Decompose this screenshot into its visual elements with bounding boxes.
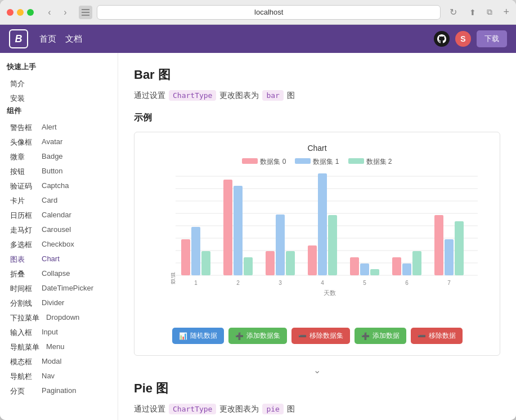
sidebar-item-install[interactable]: 安装	[7, 91, 111, 106]
svg-rect-32	[318, 173, 327, 275]
random-data-label: 随机数据	[190, 331, 217, 341]
section-title-quickstart: 快速上手	[7, 62, 111, 72]
forward-arrow[interactable]: ›	[59, 6, 72, 19]
sidebar-item-menu[interactable]: 导航菜单 Menu	[7, 340, 111, 355]
tabs-icon[interactable]: ⧉	[483, 6, 496, 19]
add-dataset-icon: ➕	[235, 332, 244, 340]
sidebar-item-checkbox[interactable]: 多选框 Checkbox	[7, 238, 111, 252]
sidebar-zh-checkbox: 多选框	[10, 240, 35, 250]
sidebar-en-badge: Badge	[42, 152, 63, 162]
sidebar-en-pagination: Pagination	[42, 386, 76, 396]
svg-rect-38	[402, 263, 411, 275]
svg-rect-26	[234, 186, 243, 275]
sidebar-item-collapse[interactable]: 折叠 Collapse	[7, 267, 111, 282]
add-data-label: 添加数据	[373, 331, 400, 341]
sidebar-item-intro[interactable]: 简介	[7, 77, 111, 91]
sidebar-zh-button: 按钮	[10, 167, 35, 177]
app-window: ‹ › localhost ↻ ⬆ ⧉ + B 首页 文档 S 下载	[0, 0, 516, 420]
url-text: localhost	[254, 8, 283, 16]
reload-button[interactable]: ↻	[450, 7, 457, 17]
github-icon[interactable]	[434, 31, 450, 47]
sidebar-item-dropdown[interactable]: 下拉菜单 Dropdown	[7, 311, 111, 325]
pie-section-title: Pie 图	[134, 380, 500, 397]
chart-title: Chart	[146, 144, 488, 153]
sidebar-en-button: Button	[42, 167, 63, 177]
download-button[interactable]: 下载	[477, 30, 507, 47]
sidebar-zh-carousel: 走马灯	[10, 225, 35, 235]
chart-buttons: 📊 随机数据 ➕ 添加数据集 ➖ 移除数据集 ➕ 添加数据	[146, 328, 488, 344]
new-tab-button[interactable]: +	[503, 6, 509, 18]
sidebar-zh-alert: 警告框	[10, 123, 35, 133]
svg-text:2: 2	[236, 280, 240, 286]
sidebar-en-modal: Modal	[42, 357, 61, 367]
sidebar-item-badge[interactable]: 微章 Badge	[7, 150, 111, 164]
sidebar-zh-captcha: 验证码	[10, 181, 35, 191]
remove-data-icon: ➖	[418, 332, 426, 340]
sidebar-en-checkbox: Checkbox	[42, 240, 74, 250]
sidebar-en-calendar: Calendar	[42, 211, 71, 221]
remove-dataset-button[interactable]: ➖ 移除数据集	[291, 328, 350, 344]
bar-section-title: Bar 图	[134, 66, 500, 83]
sidebar-item-pagination[interactable]: 分页 Pagination	[7, 384, 111, 399]
svg-rect-28	[266, 251, 275, 275]
svg-rect-23	[191, 227, 200, 275]
app-header: B 首页 文档 S 下载	[0, 25, 516, 53]
brand-letter: B	[15, 33, 23, 45]
sidebar-en-avatar: Avatar	[42, 137, 62, 148]
sidebar-zh-dropdown: 下拉菜单	[10, 313, 39, 323]
url-bar[interactable]: localhost	[97, 5, 441, 20]
sidebar-item-divider[interactable]: 分割线 Divider	[7, 296, 111, 311]
brand-logo: B	[9, 29, 28, 48]
random-data-button[interactable]: 📊 随机数据	[172, 328, 224, 344]
sidebar-zh-card: 卡片	[10, 196, 35, 206]
view-button[interactable]	[79, 6, 92, 19]
bar-desc: 通过设置 ChartType 更改图表为 bar 图	[134, 90, 500, 101]
collapse-arrow[interactable]: ⌄	[134, 365, 500, 376]
sidebar-section-quickstart: 快速上手 简介 安装	[7, 62, 111, 106]
sidebar-item-alert[interactable]: 警告框 Alert	[7, 120, 111, 135]
sidebar-item-nav[interactable]: 导航栏 Nav	[7, 369, 111, 384]
svg-rect-41	[445, 239, 454, 275]
sidebar-item-card[interactable]: 卡片 Card	[7, 194, 111, 208]
sidebar-item-carousel[interactable]: 走马灯 Carousel	[7, 223, 111, 238]
sidebar-item-chart[interactable]: 图表 Chart	[7, 252, 111, 267]
svg-rect-33	[328, 215, 337, 275]
sidebar-zh-divider: 分割线	[10, 298, 35, 309]
sidebar-zh-modal: 模态框	[10, 357, 35, 367]
svg-text:1: 1	[194, 280, 198, 286]
share-icon[interactable]: ⬆	[466, 6, 479, 19]
sidebar: 快速上手 简介 安装 组件 警告框 Alert 头像框 Avatar	[0, 53, 118, 420]
add-dataset-label: 添加数据集	[246, 331, 280, 341]
bar-desc-suffix: 图	[287, 91, 295, 101]
sidebar-item-modal[interactable]: 模态框 Modal	[7, 355, 111, 369]
close-button[interactable]	[7, 9, 14, 16]
sidebar-item-datetimepicker[interactable]: 时间框 DateTimePicker	[7, 282, 111, 296]
bar-code2: bar	[262, 90, 283, 101]
sidebar-item-input[interactable]: 输入框 Input	[7, 325, 111, 340]
sidebar-item-captcha[interactable]: 验证码 Captcha	[7, 179, 111, 194]
nav-home[interactable]: 首页	[39, 34, 56, 44]
sidebar-en-menu: Menu	[46, 342, 65, 352]
sidebar-item-calendar[interactable]: 日历框 Calendar	[7, 208, 111, 223]
remove-data-button[interactable]: ➖ 移除数据	[411, 328, 463, 344]
minimize-button[interactable]	[17, 9, 24, 16]
remove-data-label: 移除数据	[429, 331, 456, 341]
svg-text:4: 4	[321, 280, 324, 286]
svg-rect-25	[223, 180, 232, 275]
add-dataset-button[interactable]: ➕ 添加数据集	[228, 328, 287, 344]
svg-text:3: 3	[279, 280, 282, 286]
svg-rect-42	[455, 221, 464, 275]
svg-text:数值: 数值	[171, 272, 176, 284]
add-data-button[interactable]: ➕ 添加数据	[355, 328, 406, 344]
nav-docs[interactable]: 文档	[65, 34, 82, 44]
sidebar-item-avatar[interactable]: 头像框 Avatar	[7, 135, 111, 150]
slack-icon[interactable]: S	[455, 31, 471, 47]
remove-dataset-icon: ➖	[298, 332, 307, 340]
svg-rect-1	[82, 12, 89, 13]
nav-arrows: ‹ ›	[43, 6, 72, 19]
sidebar-zh-input: 输入框	[10, 328, 35, 338]
maximize-button[interactable]	[27, 9, 34, 16]
sidebar-item-button[interactable]: 按钮 Button	[7, 164, 111, 179]
back-arrow[interactable]: ‹	[43, 6, 56, 19]
sidebar-zh-install: 安装	[10, 93, 35, 104]
